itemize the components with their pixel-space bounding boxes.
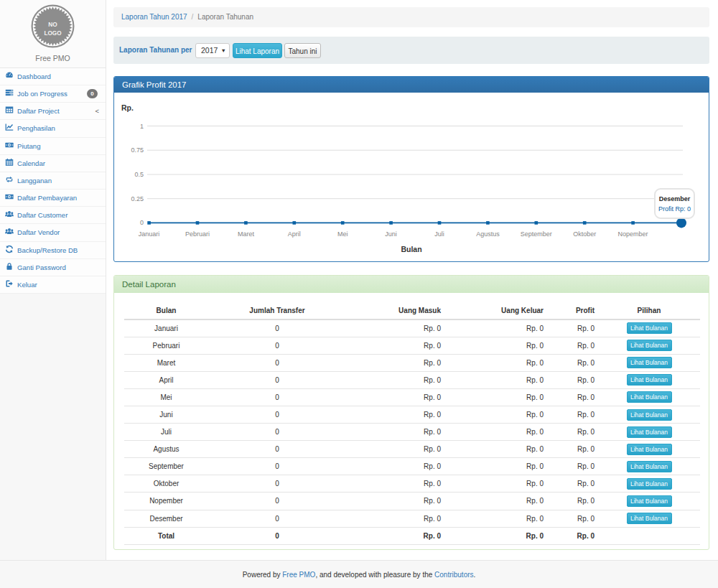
svg-text:Profit Rp: 0: Profit Rp: 0 [658,205,691,213]
svg-text:Oktober: Oktober [573,230,596,238]
svg-text:NO: NO [48,20,57,28]
svg-text:Juli: Juli [434,230,444,238]
svg-text:Desember: Desember [659,195,691,202]
svg-text:1: 1 [140,123,144,130]
svg-text:Januari: Januari [139,230,160,238]
svg-text:September: September [521,230,552,238]
svg-text:Rp.: Rp. [121,103,134,112]
svg-text:0.5: 0.5 [134,171,144,178]
svg-text:0.25: 0.25 [131,195,144,202]
svg-text:Bulan: Bulan [401,245,421,253]
svg-text:Agustus: Agustus [476,230,500,238]
svg-text:Pebruari: Pebruari [185,230,210,238]
svg-text:0: 0 [140,219,144,226]
svg-text:Juni: Juni [385,230,397,238]
svg-text:Maret: Maret [238,230,255,238]
svg-text:April: April [288,230,301,238]
svg-text:Mei: Mei [337,230,348,238]
svg-text:LOGO: LOGO [45,29,62,37]
svg-text:Nopember: Nopember [618,230,648,238]
svg-text:0.75: 0.75 [131,146,144,154]
